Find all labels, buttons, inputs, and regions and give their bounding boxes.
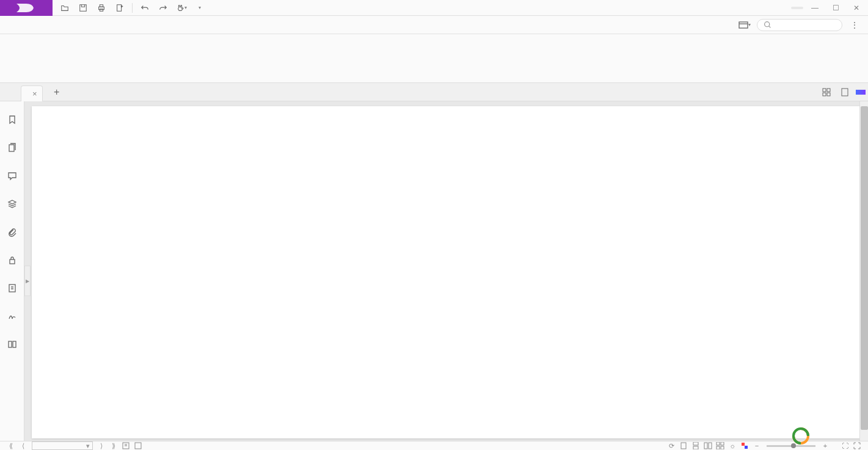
search-box[interactable] bbox=[757, 19, 842, 31]
svg-rect-28 bbox=[742, 443, 745, 446]
view-options-icon[interactable]: ▾ bbox=[737, 18, 752, 32]
quick-access-toolbar: ▾ ▾ bbox=[53, 1, 212, 15]
svg-rect-26 bbox=[717, 446, 720, 449]
svg-rect-9 bbox=[823, 93, 826, 96]
comments-panel-icon[interactable] bbox=[5, 169, 20, 183]
zoom-in-button[interactable]: + bbox=[819, 441, 831, 450]
undo-icon[interactable] bbox=[136, 1, 153, 15]
single-view-icon[interactable] bbox=[837, 85, 852, 100]
svg-rect-11 bbox=[842, 89, 848, 96]
svg-rect-23 bbox=[709, 443, 712, 449]
ribbon-toolbar bbox=[0, 34, 868, 83]
svg-rect-3 bbox=[100, 9, 103, 11]
app-logo[interactable] bbox=[0, 0, 53, 16]
prev-page-button[interactable]: ⟨ bbox=[17, 441, 29, 450]
page-number-input[interactable]: ▾ bbox=[32, 441, 93, 450]
layers-panel-icon[interactable] bbox=[5, 197, 20, 211]
watermark-logo-icon bbox=[792, 427, 810, 445]
security-panel-icon[interactable] bbox=[5, 253, 20, 267]
svg-rect-29 bbox=[745, 446, 748, 449]
svg-rect-19 bbox=[681, 443, 686, 449]
search-input[interactable] bbox=[771, 21, 833, 29]
svg-rect-7 bbox=[823, 89, 826, 92]
single-page-icon[interactable] bbox=[677, 441, 690, 450]
open-icon[interactable] bbox=[56, 1, 73, 15]
fullscreen-icon[interactable] bbox=[851, 441, 863, 450]
svg-rect-12 bbox=[9, 145, 14, 151]
svg-point-6 bbox=[765, 22, 770, 27]
last-page-button[interactable]: ⟫ bbox=[108, 441, 120, 450]
fields-panel-icon[interactable] bbox=[5, 281, 20, 296]
new-doc-icon[interactable] bbox=[111, 1, 128, 15]
hand-icon[interactable]: ▾ bbox=[173, 1, 190, 15]
svg-rect-15 bbox=[9, 341, 12, 347]
bookmark-panel-icon[interactable] bbox=[5, 112, 20, 127]
reflow-icon[interactable] bbox=[120, 441, 132, 450]
more-icon[interactable]: ⋮ bbox=[847, 18, 862, 32]
continuous-facing-icon[interactable] bbox=[714, 441, 726, 450]
next-page-button[interactable]: ⟩ bbox=[95, 441, 108, 450]
svg-rect-21 bbox=[693, 446, 698, 449]
svg-rect-5 bbox=[739, 22, 748, 28]
statusbar: ⟪ ⟨ ▾ ⟩ ⟫ ⟳ ☼ − + ⛶ bbox=[0, 441, 868, 450]
menubar: ▾ ⋮ bbox=[0, 16, 868, 34]
promo-banner[interactable] bbox=[856, 90, 866, 95]
facing-icon[interactable] bbox=[702, 441, 714, 450]
svg-rect-18 bbox=[135, 443, 141, 449]
minimize-button[interactable]: — bbox=[806, 1, 824, 15]
svg-rect-0 bbox=[80, 4, 87, 11]
attachments-panel-icon[interactable] bbox=[5, 225, 20, 239]
document-view[interactable] bbox=[24, 101, 868, 441]
fit-page-icon[interactable]: ⛶ bbox=[839, 441, 851, 450]
signature-panel-icon[interactable] bbox=[5, 309, 20, 324]
document-tab[interactable]: × bbox=[21, 85, 43, 101]
svg-rect-4 bbox=[117, 4, 122, 11]
save-icon[interactable] bbox=[75, 1, 92, 15]
svg-rect-27 bbox=[721, 446, 724, 449]
vertical-scrollbar[interactable] bbox=[859, 101, 868, 441]
left-sidebar bbox=[0, 101, 24, 441]
document-tabbar: × + bbox=[0, 83, 868, 101]
compare-panel-icon[interactable] bbox=[5, 337, 20, 352]
svg-rect-16 bbox=[13, 341, 16, 347]
reflow2-icon[interactable] bbox=[132, 441, 144, 450]
svg-rect-20 bbox=[693, 442, 698, 445]
add-tab-button[interactable]: + bbox=[49, 84, 65, 100]
grid-view-icon[interactable] bbox=[819, 85, 834, 100]
svg-rect-8 bbox=[827, 89, 830, 92]
qat-dropdown-icon[interactable]: ▾ bbox=[191, 1, 208, 15]
svg-rect-25 bbox=[721, 442, 724, 445]
pdf-page bbox=[32, 106, 862, 438]
redo-icon[interactable] bbox=[155, 1, 172, 15]
close-tab-icon[interactable]: × bbox=[32, 89, 37, 98]
login-button[interactable] bbox=[791, 7, 803, 9]
svg-rect-24 bbox=[717, 442, 720, 445]
svg-rect-22 bbox=[704, 443, 707, 449]
search-icon bbox=[764, 21, 771, 29]
maximize-button[interactable]: ☐ bbox=[826, 1, 845, 15]
close-button[interactable]: ✕ bbox=[847, 1, 866, 15]
continuous-icon[interactable] bbox=[690, 441, 702, 450]
color-icon[interactable] bbox=[739, 441, 751, 450]
svg-rect-13 bbox=[10, 259, 15, 264]
zoom-out-button[interactable]: − bbox=[751, 441, 763, 450]
titlebar: ▾ ▾ — ☐ ✕ bbox=[0, 0, 868, 16]
brightness-icon[interactable]: ☼ bbox=[726, 441, 739, 450]
auto-scroll-icon[interactable]: ⟳ bbox=[665, 441, 677, 450]
svg-rect-10 bbox=[827, 93, 830, 96]
pages-panel-icon[interactable] bbox=[5, 140, 20, 155]
svg-rect-2 bbox=[100, 4, 103, 7]
print-icon[interactable] bbox=[93, 1, 110, 15]
main-area: ▶ bbox=[0, 101, 868, 441]
svg-rect-14 bbox=[9, 285, 15, 292]
first-page-button[interactable]: ⟪ bbox=[5, 441, 17, 450]
